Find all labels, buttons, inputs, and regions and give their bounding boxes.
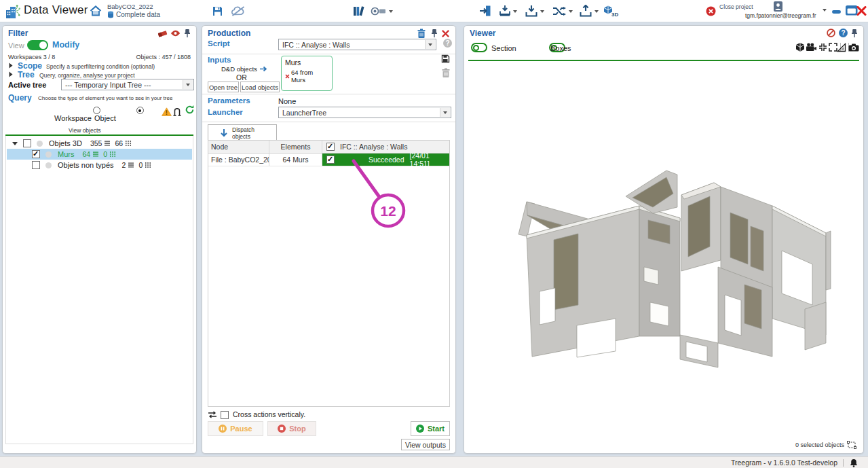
row-checkbox[interactable] (32, 161, 40, 169)
column-header-node[interactable]: Node (208, 141, 269, 153)
refresh-icon[interactable] (185, 105, 195, 115)
zoom-fit-icon[interactable] (818, 43, 827, 52)
notifications-bell-icon[interactable] (850, 458, 858, 467)
pause-button[interactable]: Pause (208, 421, 263, 436)
column-header-elements[interactable]: Elements (269, 141, 322, 153)
save-inputs-icon[interactable] (441, 54, 450, 63)
section-toggle-label: Section (491, 44, 516, 52)
pin-icon[interactable] (431, 29, 438, 38)
projector-dropdown-icon[interactable] (389, 10, 393, 13)
input-card-murs[interactable]: Murs 64 from Murs (281, 56, 333, 91)
close-window-button[interactable] (856, 6, 867, 16)
home-icon[interactable] (90, 5, 102, 16)
close-project-label[interactable]: Close project (719, 4, 753, 11)
eye-icon[interactable] (170, 30, 181, 37)
cloud-offline-icon[interactable] (231, 6, 246, 16)
tree-row-objets-3d[interactable]: Objets 3D 355 66 (7, 138, 192, 149)
library-icon[interactable] (352, 5, 366, 17)
eraser-icon[interactable] (157, 29, 168, 38)
workspace-radio[interactable] (93, 107, 100, 114)
save-icon[interactable] (212, 5, 223, 17)
projector-icon[interactable] (371, 6, 386, 16)
avatar[interactable] (774, 1, 782, 12)
launcher-select[interactable]: LauncherTree (278, 107, 451, 118)
scope-section-label[interactable]: Scope (18, 61, 42, 71)
remove-input-icon[interactable] (285, 74, 290, 79)
open-tree-button[interactable]: Open tree (208, 82, 239, 92)
list-count-icon (128, 162, 134, 168)
user-menu[interactable]: tgm.fpatonnier@treegram.fr (745, 12, 816, 19)
warning-icon (162, 107, 172, 116)
minimize-button[interactable] (832, 10, 842, 14)
user-dropdown-icon[interactable] (823, 9, 827, 12)
measure-icon[interactable] (837, 43, 846, 52)
dnd-objects-row: D&D objects (221, 65, 267, 73)
load-objects-button[interactable]: Load objects (240, 82, 280, 92)
shuffle-dropdown-icon[interactable] (569, 10, 573, 13)
upload-dropdown-icon[interactable] (595, 10, 599, 13)
row-checkbox[interactable] (23, 139, 31, 147)
pin-icon[interactable] (851, 29, 858, 38)
collapse-caret-icon[interactable] (12, 142, 18, 145)
script-help-icon[interactable]: ? (443, 39, 452, 48)
viewer-panel: Viewer ? Section Boxes (464, 25, 864, 454)
select-caret-icon (183, 80, 193, 89)
count-list: 2 (122, 161, 126, 169)
active-tree-select[interactable]: --- Temporary Input Tree --- (61, 79, 194, 90)
object-radio[interactable] (136, 107, 144, 114)
row-action-checkbox[interactable] (326, 156, 335, 164)
cube-view-icon[interactable] (795, 42, 805, 52)
pin-icon[interactable] (184, 29, 191, 38)
object-radio-label[interactable]: Object (94, 114, 116, 122)
download-dropdown-icon[interactable] (540, 10, 544, 13)
section-toggle[interactable] (471, 43, 487, 52)
status-dot (45, 162, 52, 168)
close-project-icon[interactable] (706, 6, 716, 16)
cross-actions-icon (208, 411, 217, 418)
scope-expander-icon[interactable] (10, 63, 13, 69)
row-checkbox[interactable] (32, 150, 40, 158)
grid-count-icon (145, 162, 151, 168)
disable-viewer-icon[interactable] (827, 29, 835, 37)
tree-row-label: Objets 3D (49, 139, 82, 147)
download-icon[interactable] (525, 5, 537, 17)
table-row[interactable]: File : BabyCO2_2022 64 Murs Succeeded [2… (208, 154, 449, 166)
tree-row-murs[interactable]: Murs 64 0 (7, 149, 192, 160)
status-timestamp: [24/01 14:51] (410, 151, 445, 168)
3d-viewport[interactable] (506, 131, 849, 403)
script-select[interactable]: IFC :: Analyse : Walls (278, 39, 436, 50)
workspace-radio-label[interactable]: Workspace (54, 114, 92, 122)
merge-tree-icon[interactable] (172, 105, 182, 116)
tree-section-label[interactable]: Tree (18, 70, 35, 79)
dnd-objects-label: D&D objects (221, 65, 257, 73)
tree-expander-icon[interactable] (10, 72, 13, 77)
start-button[interactable]: Start (411, 421, 450, 436)
help-icon[interactable]: ? (839, 29, 848, 37)
project-data-row[interactable]: Complete data (107, 11, 160, 18)
boxes-toggle-label: Boxes (550, 44, 571, 52)
import-project-icon[interactable] (479, 5, 491, 17)
import-objects-dropdown-icon[interactable] (513, 10, 517, 13)
cross-actions-checkbox[interactable] (221, 411, 229, 419)
close-panel-icon[interactable] (442, 30, 449, 37)
view-objects-tab[interactable]: View objects (69, 127, 101, 134)
stop-icon (278, 425, 286, 433)
stop-button[interactable]: Stop (267, 421, 316, 436)
selection-mode-icon[interactable] (847, 441, 856, 449)
view-modify-toggle[interactable] (27, 40, 48, 50)
video-camera-icon[interactable] (806, 43, 817, 52)
import-objects-icon[interactable] (499, 5, 511, 17)
input-card-title: Murs (285, 58, 328, 67)
select-caret-icon (440, 108, 450, 117)
screenshot-camera-icon[interactable] (848, 43, 859, 52)
statusbar-separator (843, 459, 844, 467)
count-grid: 0 (103, 150, 107, 158)
select-all-checkbox[interactable] (326, 143, 335, 151)
view-outputs-button[interactable]: View outputs (401, 439, 450, 450)
clear-inputs-trash-icon[interactable] (442, 68, 450, 77)
tree-row-objets-non-types[interactable]: Objets non typés 2 0 (7, 160, 192, 170)
trash-icon[interactable] (417, 29, 426, 38)
3d-export-icon[interactable]: 3D (603, 5, 619, 18)
shuffle-icon[interactable] (552, 6, 566, 16)
upload-icon[interactable] (580, 5, 592, 17)
